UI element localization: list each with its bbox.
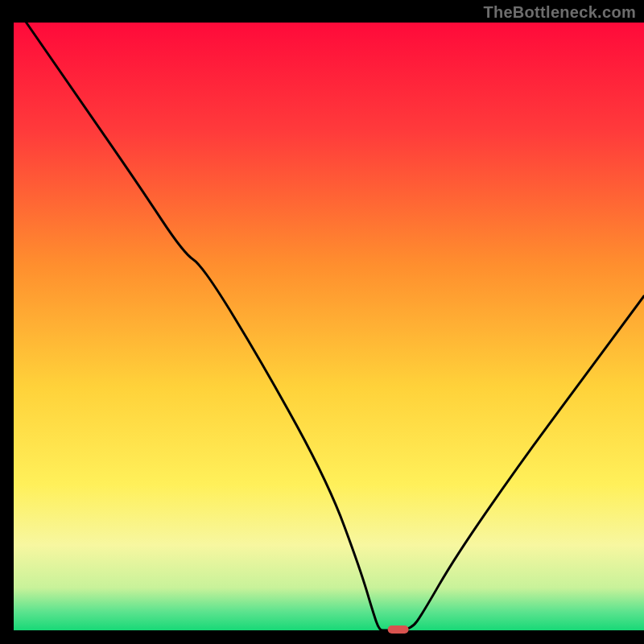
watermark-text: TheBottleneck.com — [483, 3, 636, 22]
chart-frame: TheBottleneck.com — [0, 0, 644, 644]
bottleneck-chart — [0, 0, 644, 644]
optimum-marker — [388, 625, 409, 634]
plot-background — [14, 23, 644, 630]
